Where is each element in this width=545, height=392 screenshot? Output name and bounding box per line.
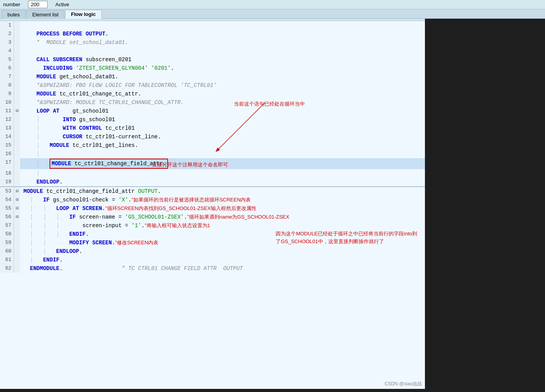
code-line-1: 1 [0,21,425,30]
number-label: number [3,2,20,7]
code-line-11: 11 ⊟ LOOP AT gt_school01 [0,107,425,115]
code-line-15: 15 │ MODULE tc_ctrl01_get_lines. [0,141,425,150]
code-line-56: 56 ⊟ │ │ │ IF screen-name = 'GS_SCHOOL01… [0,213,425,221]
code-line-54: 54 ⊟ │ IF gs_school01-check = 'X'."如果循环的… [0,196,425,204]
code-line-3: 3 * MODULE set_school_data01. [0,38,425,47]
code-line-6: 6 INCLUDING 'ZTEST_SCREEN_GLYN004' '0201… [0,64,425,72]
code-line-60: 60 │ │ ENDLOOP. [0,247,425,256]
number-value: 200 [28,1,48,8]
code-line-53: 53 ⊟ MODULE tc_ctrl01_change_field_attr … [0,187,425,196]
code-line-10: 10 *&SPWIZARD: MODULE TC_CTRL01_CHANGE_C… [0,98,425,107]
callout-1-text: 当前这个语句已经处在循环当中 [234,101,305,108]
code-line-57: 57 │ │ │ screen-input = '1'."将输入框可输入状态设置… [0,221,425,230]
code-line-61: 61 │ ENDIF. [0,256,425,264]
code-line-2: 2 PROCESS BEFORE OUTPUT. [0,30,425,38]
code-line-7: 7 MODULE get_school_data01. [0,72,425,81]
code-line-55: 55 ⊟ │ │ LOOP AT SCREEN."循环SCREEN内表找到GS_… [0,204,425,213]
right-panel [425,19,545,389]
code-line-13: 13 │ WITH CONTROL tc_ctrl01 [0,124,425,132]
main-layout: 1 2 PROCESS BEFORE OUTPUT. 3 * MODULE se… [0,19,545,389]
callout-3-line2: 了GS_SCHOOL01中，这里直接判断操作就行了 [276,238,417,245]
tabs-row: butes Element list Flow logic [0,9,545,18]
code-line-4: 4 [0,47,425,55]
callout-3-line1: 因为这个MODULE已经处于循环之中已经将当前行的字段into到 [276,230,417,238]
watermark: CSDN @xiao战战 [384,381,422,387]
header-row: number 200 Active [0,0,545,9]
tab-flow-logic[interactable]: Flow logic [65,10,102,19]
status-value: Active [55,2,69,7]
code-line-9: 9 MODULE tc_ctrl01_change_tc_attr. [0,90,425,98]
code-line-16: 16 │ [0,150,425,158]
tab-attributes[interactable]: butes [2,10,26,19]
callout-3: 因为这个MODULE已经处于循环之中已经将当前行的字段into到 了GS_SCH… [276,230,417,245]
code-line-8: 8 *&SPWIZARD: PBO FLOW LOGIC FOR TABLECO… [0,81,425,90]
code-line-5: 5 CALL SUBSCREEN subscreen_0201 [0,55,425,64]
top-bar: number 200 Active butes Element list Flo… [0,0,545,19]
code-line-12: 12 │ INTO gs_school01 [0,115,425,124]
code-line-62: 62 ENDMODULE. " TC CTRL01 CHANGE FIELD A… [0,264,425,273]
code-line-18: 18 │ [0,169,425,178]
bottom-code-area: 53 ⊟ MODULE tc_ctrl01_change_field_attr … [0,186,425,273]
code-line-14: 14 │ CURSOR tc_ctrl01-current_line. [0,132,425,141]
callout-2-text: 直接打开这个注释用这个命名即可 [152,161,228,168]
code-editor: 1 2 PROCESS BEFORE OUTPUT. 3 * MODULE se… [0,19,425,389]
tab-element-list[interactable]: Element list [27,10,64,19]
code-line-19: 19 ENDLOOP. [0,178,425,186]
